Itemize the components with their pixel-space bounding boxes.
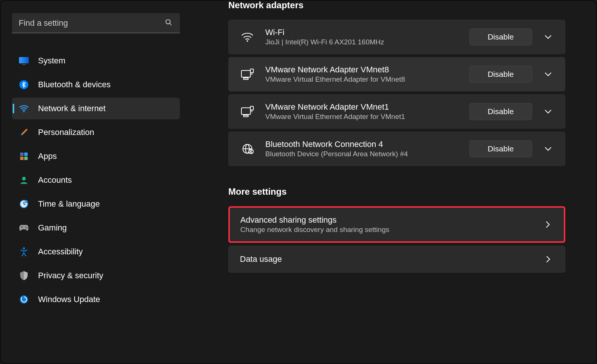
svg-rect-9 <box>20 157 24 160</box>
chevron-right-icon <box>542 221 553 228</box>
chevron-down-icon[interactable] <box>543 35 554 39</box>
adapter-title: Bluetooth Network Connection 4 <box>265 139 459 149</box>
network-adapters-heading: Network adapters <box>228 0 565 10</box>
chevron-down-icon[interactable] <box>543 147 554 151</box>
adapter-title: Wi-Fi <box>265 28 459 37</box>
more-settings-heading: More settings <box>228 186 565 197</box>
svg-point-0 <box>166 20 171 24</box>
globe-bluetooth-icon <box>240 143 255 154</box>
wifi-icon <box>240 32 255 42</box>
adapter-text: Bluetooth Network Connection 4 Bluetooth… <box>265 139 459 158</box>
shield-icon <box>19 270 29 281</box>
sidebar-item-label: Privacy & security <box>38 271 103 280</box>
svg-point-11 <box>22 177 26 181</box>
sidebar-item-network[interactable]: Network & internet <box>12 98 180 119</box>
svg-rect-26 <box>250 106 253 110</box>
svg-rect-24 <box>241 108 250 114</box>
adapter-title: VMware Network Adapter VMnet8 <box>265 65 459 75</box>
disable-button[interactable]: Disable <box>469 140 532 157</box>
row-data-usage[interactable]: Data usage <box>228 246 565 273</box>
adapter-row-vmnet8[interactable]: VMware Network Adapter VMnet8 VMware Vir… <box>228 57 565 91</box>
ethernet-icon <box>240 68 255 80</box>
search-icon <box>165 19 172 28</box>
more-settings-list: Advanced sharing settings Change network… <box>228 206 565 273</box>
adapter-subtitle: Bluetooth Device (Personal Area Network)… <box>265 150 459 158</box>
svg-point-17 <box>23 247 25 250</box>
sidebar-item-gaming[interactable]: Gaming <box>12 217 180 239</box>
adapter-subtitle: VMware Virtual Ethernet Adapter for VMne… <box>265 113 459 121</box>
row-title: Advanced sharing settings <box>240 215 542 225</box>
sidebar: System Bluetooth & devices Network & int… <box>1 0 191 364</box>
disable-button[interactable]: Disable <box>469 28 532 46</box>
sidebar-item-label: Time & language <box>38 199 100 209</box>
sidebar-item-accounts[interactable]: Accounts <box>12 169 180 191</box>
adapter-row-bluetooth-net[interactable]: Bluetooth Network Connection 4 Bluetooth… <box>228 132 565 166</box>
sidebar-item-label: Gaming <box>38 223 67 233</box>
adapter-subtitle: JioJi | Intel(R) Wi-Fi 6 AX201 160MHz <box>265 38 459 46</box>
svg-point-15 <box>25 227 26 228</box>
sidebar-item-bluetooth[interactable]: Bluetooth & devices <box>12 74 180 95</box>
sidebar-item-label: Network & internet <box>38 104 106 113</box>
clock-icon <box>19 199 29 209</box>
sidebar-item-label: System <box>38 56 65 66</box>
chevron-right-icon <box>543 255 554 263</box>
sidebar-item-personalization[interactable]: Personalization <box>12 122 180 143</box>
svg-line-1 <box>170 23 172 25</box>
chevron-down-icon[interactable] <box>543 72 554 76</box>
brush-icon <box>19 127 29 138</box>
adapter-row-wifi[interactable]: Wi-Fi JioJi | Intel(R) Wi-Fi 6 AX201 160… <box>228 20 565 54</box>
sidebar-item-time-language[interactable]: Time & language <box>12 193 180 215</box>
sidebar-item-label: Windows Update <box>38 295 100 304</box>
adapter-title: VMware Network Adapter VMnet1 <box>265 102 459 112</box>
accessibility-icon <box>19 247 29 257</box>
sidebar-item-label: Accessibility <box>38 247 83 257</box>
row-text: Data usage <box>240 254 543 264</box>
sidebar-item-accessibility[interactable]: Accessibility <box>12 241 180 263</box>
svg-rect-25 <box>244 115 248 117</box>
svg-rect-10 <box>24 157 28 160</box>
sidebar-item-apps[interactable]: Apps <box>12 145 180 167</box>
wifi-icon <box>19 103 29 114</box>
svg-rect-3 <box>19 57 29 63</box>
svg-rect-22 <box>250 69 253 73</box>
adapter-row-vmnet1[interactable]: VMware Network Adapter VMnet1 VMware Vir… <box>228 94 565 129</box>
settings-window: System Bluetooth & devices Network & int… <box>0 0 597 364</box>
svg-rect-7 <box>20 153 24 156</box>
svg-point-16 <box>26 228 28 229</box>
adapters-list: Wi-Fi JioJi | Intel(R) Wi-Fi 6 AX201 160… <box>228 20 565 166</box>
svg-point-14 <box>25 200 28 203</box>
adapter-text: VMware Network Adapter VMnet8 VMware Vir… <box>265 65 459 84</box>
system-icon <box>19 56 29 66</box>
sidebar-item-system[interactable]: System <box>12 50 180 72</box>
sidebar-item-label: Personalization <box>38 128 94 137</box>
sidebar-item-label: Apps <box>38 151 57 161</box>
row-advanced-sharing[interactable]: Advanced sharing settings Change network… <box>228 206 565 243</box>
svg-rect-8 <box>24 153 28 156</box>
disable-button[interactable]: Disable <box>469 66 532 83</box>
svg-rect-21 <box>244 78 248 79</box>
row-title: Data usage <box>240 254 543 264</box>
apps-icon <box>19 151 29 161</box>
svg-point-6 <box>23 111 25 112</box>
bluetooth-icon <box>19 79 29 90</box>
adapter-subtitle: VMware Virtual Ethernet Adapter for VMne… <box>265 75 459 84</box>
search-input[interactable] <box>12 13 180 33</box>
adapter-text: Wi-Fi JioJi | Intel(R) Wi-Fi 6 AX201 160… <box>265 28 459 46</box>
sidebar-item-label: Accounts <box>38 175 72 185</box>
disable-button[interactable]: Disable <box>469 103 532 120</box>
sidebar-item-privacy[interactable]: Privacy & security <box>12 265 180 286</box>
sidebar-nav: System Bluetooth & devices Network & int… <box>12 50 180 310</box>
sidebar-item-label: Bluetooth & devices <box>38 80 110 90</box>
svg-rect-4 <box>22 64 26 65</box>
row-text: Advanced sharing settings Change network… <box>240 215 542 234</box>
row-subtitle: Change network discovery and sharing set… <box>240 226 542 234</box>
sidebar-item-windows-update[interactable]: Windows Update <box>12 289 180 310</box>
gaming-icon <box>19 223 29 233</box>
adapter-text: VMware Network Adapter VMnet1 VMware Vir… <box>265 102 459 121</box>
svg-rect-20 <box>241 70 250 77</box>
main-content: Network adapters Wi-Fi JioJi | Intel(R) … <box>191 0 593 364</box>
svg-point-19 <box>247 40 248 42</box>
account-icon <box>19 175 29 185</box>
update-icon <box>19 294 29 305</box>
chevron-down-icon[interactable] <box>543 109 554 114</box>
